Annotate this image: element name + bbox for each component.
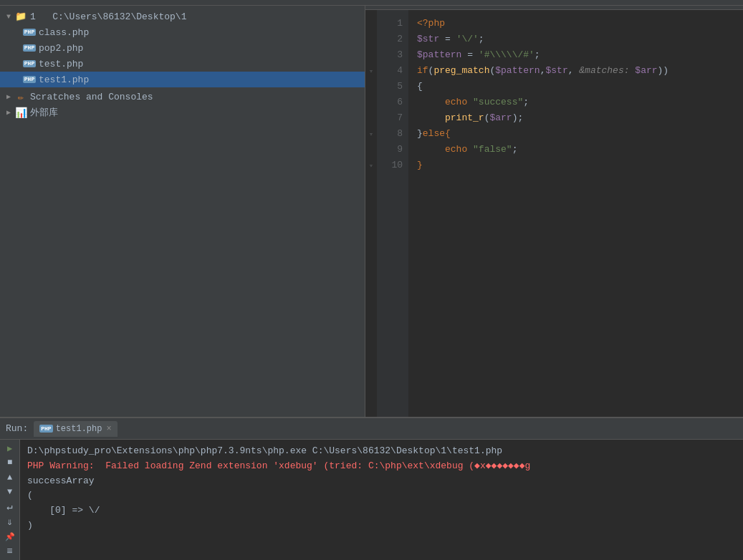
line-num-6: 6 [377,95,403,110]
pin-button[interactable]: 📌 [3,531,17,542]
console-line-output-4: ) [27,518,736,534]
line-num-4: 4 [377,63,403,79]
scroll-up-button[interactable]: ▲ [3,472,17,483]
scroll-down-button[interactable]: ▼ [3,486,17,498]
arrow-icon: ▼ [3,13,14,21]
line-num-2: 2 [377,32,403,47]
php-tab-icon: PHP [39,425,52,433]
sidebar-item-root-folder[interactable]: ▼ 📁 1 C:\Users\86132\Desktop\1 [0,9,365,24]
php-file-icon: PHP [23,74,36,85]
line-num-5: 5 [377,79,403,95]
sidebar-item-label: test.php [39,59,83,69]
code-area[interactable]: <?php $str = '\/'; $pattern = '#\\\\\/#'… [408,10,743,417]
wrap-button[interactable]: ↵ [3,501,17,513]
gutter-row-6 [365,95,377,110]
bottom-content: ▶ ■ ▲ ▼ ↵ ⇓ 📌 ≡ D:\phpstudy_pro\Extensio… [0,440,743,560]
code-line-3: $pattern = '#\\\\\/#'; [417,47,743,63]
run-button[interactable]: ▶ [3,443,17,454]
code-line-4: if(preg_match($pattern,$str, &matches: $… [417,63,743,79]
console-line-output-1: successArray [27,474,736,489]
arrow-icon: ▶ [3,108,14,117]
code-line-7: print_r($arr); [417,110,743,126]
bottom-panel: Run: PHP test1.php × ▶ ■ ▲ ▼ ↵ ⇓ 📌 ≡ D:\… [0,417,743,560]
editor-area: ▿ ▿ ▿ 1 2 3 4 5 6 7 8 9 10 [365,6,743,417]
line-num-3: 3 [377,47,403,63]
code-line-5: { [417,79,743,95]
line-num-7: 7 [377,110,403,126]
sidebar-item-test-php[interactable]: PHP test.php [0,56,365,72]
code-line-2: $str = '\/'; [417,32,743,47]
gutter-row-8: ▿ [365,126,377,142]
sidebar-item-label: test1.php [39,74,89,85]
console-line-warning: PHP Warning: Failed loading Zend extensi… [27,459,736,474]
gutter-row-9 [365,142,377,158]
console-line-output-3: [0] => \/ [27,503,736,518]
gutter-row-7 [365,110,377,126]
sidebar-item-label: Scratches and Consoles [30,92,153,102]
editor-content: ▿ ▿ ▿ 1 2 3 4 5 6 7 8 9 10 [365,10,743,417]
sidebar-item-scratches[interactable]: ▶ ✏ Scratches and Consoles [0,89,365,105]
run-label: Run: [6,423,28,434]
line-num-9: 9 [377,142,403,158]
bottom-toolbar: ▶ ■ ▲ ▼ ↵ ⇓ 📌 ≡ [0,440,20,560]
line-num-1: 1 [377,16,403,32]
console-output: D:\phpstudy_pro\Extensions\php\php7.3.9n… [20,440,743,560]
settings-button[interactable]: ≡ [3,546,17,557]
scratches-icon: ✏ [14,91,27,102]
gutter-row-10: ▿ [365,158,377,173]
code-line-8: }else{ [417,126,743,142]
console-line-command: D:\phpstudy_pro\Extensions\php\php7.3.9n… [27,444,736,459]
sidebar-item-pop2-php[interactable]: PHP pop2.php [0,40,365,56]
gutter-row-5 [365,79,377,95]
code-line-6: echo "success"; [417,95,743,110]
php-file-icon: PHP [23,58,36,69]
sidebar-item-external-lib[interactable]: ▶ 📊 外部库 [0,105,365,120]
arrow-icon: ▶ [3,92,14,101]
folder-icon: 📁 [14,11,27,22]
gutter-row-1 [365,16,377,32]
code-line-1: <?php [417,16,743,32]
gutter-row-4: ▿ [365,63,377,79]
bottom-tabs: Run: PHP test1.php × [0,418,743,440]
sidebar: ▼ 📁 1 C:\Users\86132\Desktop\1 PHP class… [0,6,365,417]
sidebar-item-label: class.php [39,27,89,38]
stop-button[interactable]: ■ [3,457,17,468]
php-file-icon: PHP [23,26,36,38]
line-num-8: 8 [377,126,403,142]
php-file-icon: PHP [23,42,36,54]
sidebar-item-test1-php[interactable]: PHP test1.php [0,72,365,87]
sidebar-item-label: 1 C:\Users\86132\Desktop\1 [30,11,186,22]
line-numbers: 1 2 3 4 5 6 7 8 9 10 [377,10,408,417]
top-bar [0,0,743,6]
extlib-icon: 📊 [14,107,27,118]
sidebar-item-label: pop2.php [39,43,83,54]
console-line-output-2: ( [27,488,736,503]
sidebar-item-class-php[interactable]: PHP class.php [0,24,365,40]
scroll-end-button[interactable]: ⇓ [3,516,17,528]
sidebar-tree: ▼ 📁 1 C:\Users\86132\Desktop\1 PHP class… [0,6,365,417]
tab-label: test1.php [56,424,102,434]
tab-close-button[interactable]: × [106,424,111,434]
code-line-10: } [417,158,743,173]
gutter-icons: ▿ ▿ ▿ [365,10,377,417]
gutter-row-3 [365,47,377,63]
tab-test1-php[interactable]: PHP test1.php × [34,421,117,437]
code-line-9: echo "false"; [417,142,743,158]
sidebar-item-label: 外部库 [30,106,58,119]
line-num-10: 10 [377,158,403,173]
gutter-row-2 [365,32,377,47]
main-content: ▼ 📁 1 C:\Users\86132\Desktop\1 PHP class… [0,6,743,417]
